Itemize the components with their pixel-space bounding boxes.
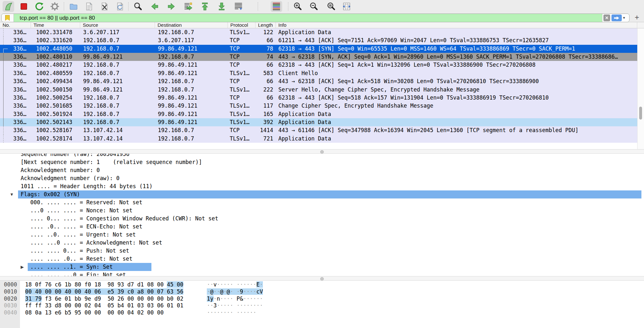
go-to-packet-icon <box>183 2 193 11</box>
tree-item[interactable]: Acknowledgment number (raw): 0 <box>0 174 644 182</box>
hex-row[interactable]: 000018 0f 76 c6 1b 80 f0 18 98 93 d7 d1 … <box>0 281 644 288</box>
start-capture-button[interactable] <box>3 1 14 12</box>
zoom-reset-button[interactable] <box>325 1 337 12</box>
tree-item[interactable]: [Next sequence number: 1 (relative seque… <box>0 158 644 166</box>
tree-item[interactable]: .... .... .0.. = Reset: Not set <box>0 255 644 263</box>
packet-row[interactable]: 336…1002.50015099.86.49.121192.168.0.7TL… <box>0 86 637 94</box>
ascii-bytes[interactable]: ··3····· ········ <box>207 302 263 309</box>
column-header-time[interactable]: Time <box>31 22 80 28</box>
display-filter-input[interactable]: tcp.port == 80 || udp.port == 80 ✕ ▾ <box>1 14 630 22</box>
next-packet-button[interactable] <box>166 1 177 12</box>
hex-row[interactable]: 004008 0a 13 e6 b5 95 00 00 00 00 04 02 … <box>0 309 644 316</box>
cell-no: 336… <box>0 102 31 110</box>
find-packet-button[interactable] <box>132 1 144 12</box>
ascii-bytes[interactable]: ·@··@·@· ·9····cV <box>207 288 263 295</box>
cell-time: 1002.499434 <box>31 77 80 85</box>
column-header-length[interactable]: Length <box>255 22 276 28</box>
tree-item[interactable]: .... .0.. .... = ECN-Echo: Not set <box>0 223 644 231</box>
filter-dropdown-chevron[interactable]: ▾ <box>623 14 625 22</box>
hex-bytes[interactable]: 31 79 f3 6e 01 bb 9e d9 50 26 00 00 00 0… <box>25 295 183 303</box>
hex-row[interactable]: 001000 40 00 00 40 00 40 06 e5 39 c0 a8 … <box>0 288 644 295</box>
packet-row[interactable]: 336…1002.331620192.168.0.73.6.207.117TCP… <box>0 36 637 44</box>
capture-options-button[interactable] <box>49 1 61 12</box>
wireshark-fin-icon <box>4 2 13 11</box>
auto-scroll-button[interactable] <box>233 1 244 12</box>
tree-item[interactable]: .... .... ...0 = Fin: Not set <box>0 271 644 276</box>
scrollbar-thumb[interactable] <box>639 107 642 120</box>
tree-item[interactable]: Sequence number (raw): 2005041956 <box>0 154 644 158</box>
packet-row[interactable]: 336…1002.501685192.168.0.799.86.49.121TL… <box>0 102 637 110</box>
stop-capture-button[interactable] <box>18 1 30 12</box>
arrow-left-icon <box>150 2 159 11</box>
tree-item[interactable]: .... ..0. .... = Urgent: Not set <box>0 231 644 239</box>
cell-info: 62318 → 443 [ACK] Seq=518 Ack=157 Win=13… <box>276 94 637 102</box>
tree-item-label: .... .... ...0 = Fin: Not set <box>30 271 126 276</box>
colorize-packets-button[interactable] <box>271 1 282 12</box>
tree-item[interactable]: .... 0... .... = Congestion Window Reduc… <box>0 215 644 223</box>
cell-no: 336… <box>0 61 31 69</box>
cell-protocol: TLSv1… <box>228 69 255 77</box>
selection-highlight <box>18 190 641 198</box>
hex-bytes[interactable]: ff ff 33 d8 00 00 02 04 05 b4 01 03 03 0… <box>25 302 183 309</box>
tree-item[interactable]: Acknowledgment number: 0 <box>0 166 644 174</box>
cell-destination: 192.168.0.7 <box>155 28 228 36</box>
open-file-button[interactable] <box>68 1 79 12</box>
hex-row[interactable]: 002031 79 f3 6e 01 bb 9e d9 50 26 00 00 … <box>0 295 644 303</box>
packet-row[interactable]: 336…1002.48011099.86.49.121192.168.0.7TC… <box>0 53 637 61</box>
tree-item[interactable]: 000. .... .... = Reserved: Not set <box>0 198 644 207</box>
hex-bytes[interactable]: 00 40 00 00 40 00 40 06 e5 39 c0 a8 00 0… <box>25 288 183 295</box>
ascii-bytes[interactable]: ········ ······ <box>207 309 256 316</box>
filter-bookmark-button[interactable] <box>2 14 14 22</box>
cell-protocol: TLSv1… <box>228 135 255 143</box>
packet-row[interactable]: 336…1002.502143192.168.0.799.86.49.121TL… <box>0 118 637 126</box>
splitter-details-bytes[interactable] <box>0 276 644 281</box>
packet-row[interactable]: 336…1002.480559192.168.0.799.86.49.121TL… <box>0 69 637 77</box>
cell-info: 443 → 62318 [ACK] Seq=1 Ack=518 Win=3020… <box>276 77 637 85</box>
tree-item-label: ...0 .... .... = Nonce: Not set <box>30 207 132 215</box>
packet-row[interactable]: 336…1002.52817413.107.42.14192.168.0.7TL… <box>0 135 637 143</box>
cell-length: 66 <box>255 94 276 102</box>
packet-row[interactable]: 336…1002.3314783.6.207.117192.168.0.7TLS… <box>0 28 637 36</box>
go-to-packet-button[interactable] <box>182 1 194 12</box>
filter-clear-button[interactable]: ✕ <box>603 14 610 21</box>
save-file-button[interactable] <box>83 1 95 12</box>
tree-item[interactable]: .... ...0 .... = Acknowledgment: Not set <box>0 239 644 247</box>
tree-item[interactable]: ...0 .... .... = Nonce: Not set <box>0 207 644 215</box>
cell-length: 1414 <box>255 126 276 134</box>
tree-item[interactable]: ▼Flags: 0x002 (SYN) <box>0 190 644 198</box>
ascii-bytes[interactable]: ··v····· ······E· <box>207 281 263 288</box>
last-packet-button[interactable] <box>216 1 227 12</box>
tree-item[interactable]: 1011 .... = Header Length: 44 bytes (11) <box>0 182 644 190</box>
column-header-destination[interactable]: Destination <box>155 22 228 28</box>
zoom-out-button[interactable] <box>308 1 320 12</box>
reload-file-button[interactable] <box>114 1 126 12</box>
tree-item[interactable]: ▶.... .... ..1. = Syn: Set <box>0 263 644 271</box>
hex-bytes[interactable]: 08 0a 13 e6 b5 95 00 00 00 00 04 02 00 0… <box>25 309 164 316</box>
first-packet-button[interactable] <box>199 1 211 12</box>
collapsed-arrow-icon[interactable]: ▶ <box>21 263 24 271</box>
column-header-protocol[interactable]: Protocol <box>228 22 255 28</box>
close-file-button[interactable] <box>99 1 110 12</box>
packet-row[interactable]: 336…1002.49943499.86.49.121192.168.0.7TC… <box>0 77 637 85</box>
packet-row[interactable]: 336…1002.501924192.168.0.799.86.49.121TL… <box>0 110 637 118</box>
packet-row[interactable]: 336…1002.480217192.168.0.799.86.49.121TC… <box>0 61 637 69</box>
packet-row[interactable]: 336…1002.500254192.168.0.799.86.49.121TC… <box>0 94 637 102</box>
zoom-in-button[interactable] <box>292 1 303 12</box>
packet-list-scrollbar[interactable] <box>637 28 644 149</box>
tree-item[interactable]: .... .... 0... = Push: Not set <box>0 247 644 255</box>
packet-row[interactable]: 336…1002.52816713.107.42.14192.168.0.7TC… <box>0 126 637 134</box>
previous-packet-button[interactable] <box>149 1 160 12</box>
column-header-info[interactable]: Info <box>276 22 637 28</box>
hex-row[interactable]: 0030ff ff 33 d8 00 00 02 04 05 b4 01 03 … <box>0 302 644 309</box>
hex-bytes[interactable]: 18 0f 76 c6 1b 80 f0 18 98 93 d7 d1 08 0… <box>25 281 183 288</box>
filter-apply-button[interactable] <box>611 14 622 21</box>
column-header-no[interactable]: No. <box>0 22 31 28</box>
column-header-source[interactable]: Source <box>80 22 155 28</box>
ascii-bytes[interactable]: 1y·n···· P&······ <box>207 295 263 303</box>
restart-capture-button[interactable] <box>34 1 45 12</box>
expanded-arrow-icon[interactable]: ▼ <box>10 190 14 198</box>
splitter-list-details[interactable] <box>0 149 644 154</box>
packet-row[interactable]: 336…1002.448050192.168.0.799.86.49.121TC… <box>0 45 637 53</box>
filter-add-button[interactable]: + <box>632 13 642 22</box>
resize-columns-button[interactable] <box>341 1 352 12</box>
